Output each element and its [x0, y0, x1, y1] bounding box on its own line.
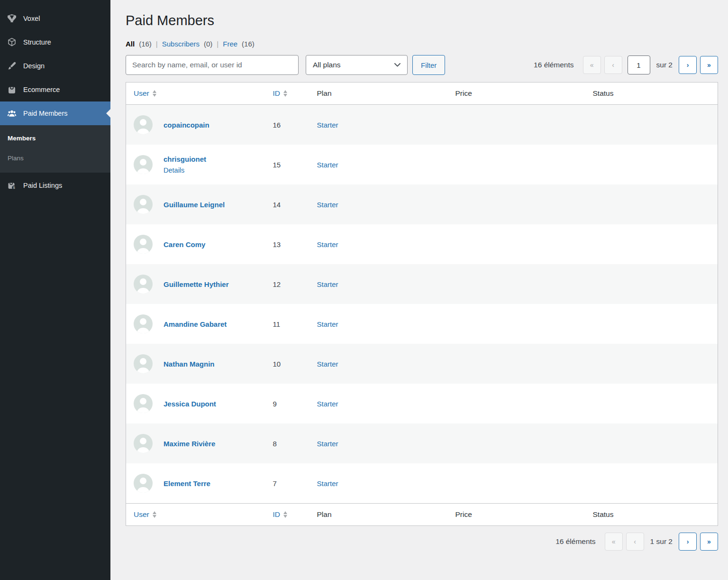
user-id: 7 — [268, 463, 312, 504]
price-cell — [451, 224, 588, 264]
user-id: 15 — [268, 145, 312, 184]
plan-link[interactable]: Starter — [317, 320, 338, 328]
search-input[interactable] — [126, 55, 299, 75]
plan-link[interactable]: Starter — [317, 280, 338, 288]
table-row: Caren Comy 13 Starter — [126, 224, 718, 264]
plan-link[interactable]: Starter — [317, 400, 338, 408]
price-cell — [451, 105, 588, 145]
status-cell — [588, 184, 718, 224]
user-name-link[interactable]: copaincopain — [164, 121, 209, 129]
status-cell — [588, 463, 718, 504]
sort-arrows-icon — [283, 90, 287, 97]
table-row: Nathan Magnin 10 Starter — [126, 344, 718, 384]
sidebar-item-paid-listings[interactable]: $ Paid Listings — [0, 174, 110, 197]
user-id: 13 — [268, 224, 312, 264]
details-link[interactable]: Details — [164, 166, 206, 174]
submenu-item-members[interactable]: Members — [0, 128, 110, 148]
table-foot: User ID Plan Price Status — [126, 504, 718, 526]
plan-link[interactable]: Starter — [317, 479, 338, 488]
table-row: Jessica Dupont 9 Starter — [126, 384, 718, 423]
active-menu-notch — [106, 109, 110, 118]
plan-link[interactable]: Starter — [317, 440, 338, 448]
user-name-link[interactable]: Guillemette Hythier — [164, 280, 229, 288]
price-cell — [451, 344, 588, 384]
voxel-logo-icon — [7, 13, 17, 24]
view-filters: All (16) | Subscribers (0) | Free (16) — [126, 40, 718, 48]
plan-link[interactable]: Starter — [317, 360, 338, 368]
status-cell — [588, 264, 718, 304]
main-content: Paid Members All (16) | Subscribers (0) … — [110, 13, 728, 551]
first-page-button[interactable]: « — [583, 56, 601, 74]
plan-link[interactable]: Starter — [317, 240, 338, 249]
column-header-status: Status — [588, 504, 718, 526]
svg-text:$: $ — [13, 185, 15, 190]
user-avatar — [134, 434, 153, 453]
sort-arrows-icon — [153, 90, 156, 97]
paid-members-submenu: Members Plans — [0, 125, 110, 173]
column-header-user: User — [134, 89, 149, 98]
prev-page-button[interactable]: ‹ — [604, 56, 622, 74]
sidebar-item-label: Voxel — [23, 15, 40, 22]
plan-link[interactable]: Starter — [317, 201, 338, 209]
user-name-link[interactable]: Nathan Magnin — [164, 360, 215, 368]
first-page-button[interactable]: « — [605, 533, 623, 551]
plan-select[interactable]: All plans — [306, 55, 408, 75]
plan-select-value: All plans — [313, 61, 341, 69]
filter-separator: | — [217, 40, 218, 48]
view-filter-all[interactable]: All — [126, 40, 135, 48]
sort-by-user[interactable]: User — [134, 89, 156, 98]
table-toolbar: All plans Filter 16 éléments « ‹ sur 2 ›… — [126, 55, 718, 75]
price-cell — [451, 145, 588, 184]
sidebar-item-structure[interactable]: Structure — [0, 30, 110, 54]
view-filter-free[interactable]: Free — [223, 40, 237, 48]
submenu-item-plans[interactable]: Plans — [0, 148, 110, 168]
table-row: Guillemette Hythier 12 Starter — [126, 264, 718, 304]
user-name-link[interactable]: Maxime Rivière — [164, 440, 215, 448]
user-name-link[interactable]: Caren Comy — [164, 240, 205, 249]
items-total: 16 éléments — [555, 537, 595, 546]
user-id: 10 — [268, 344, 312, 384]
chevron-down-icon — [394, 63, 400, 67]
sidebar-item-design[interactable]: Design — [0, 54, 110, 78]
sort-by-id[interactable]: ID — [273, 510, 288, 519]
sidebar-item-paid-members[interactable]: Paid Members — [0, 101, 110, 125]
status-cell — [588, 105, 718, 145]
table-row: chrisguionet Details 15 Starter — [126, 145, 718, 184]
prev-page-button[interactable]: ‹ — [626, 533, 644, 551]
price-cell — [451, 463, 588, 504]
user-name-link[interactable]: Element Terre — [164, 479, 210, 488]
price-cell — [451, 384, 588, 423]
filter-button[interactable]: Filter — [412, 55, 445, 75]
users-group-icon — [7, 108, 17, 119]
user-name-link[interactable]: Jessica Dupont — [164, 400, 216, 408]
column-header-status: Status — [588, 83, 718, 105]
price-cell — [451, 184, 588, 224]
user-name-link[interactable]: Guillaume Leignel — [164, 201, 225, 209]
plan-link[interactable]: Starter — [317, 161, 338, 169]
view-filter-all-count: (16) — [139, 40, 152, 48]
items-total: 16 éléments — [534, 61, 573, 69]
submenu-item-label: Members — [8, 135, 36, 142]
user-name-link[interactable]: chrisguionet — [164, 155, 206, 163]
user-name-link[interactable]: Amandine Gabaret — [164, 320, 227, 328]
last-page-button[interactable]: » — [700, 56, 718, 74]
current-page-input[interactable] — [628, 55, 650, 74]
table-row: Guillaume Leignel 14 Starter — [126, 184, 718, 224]
sort-by-id[interactable]: ID — [273, 89, 288, 98]
next-page-button[interactable]: › — [679, 56, 697, 74]
column-header-price: Price — [451, 83, 588, 105]
sort-by-user[interactable]: User — [134, 510, 156, 519]
last-page-button[interactable]: » — [700, 533, 718, 551]
view-filter-subscribers-count: (0) — [204, 40, 212, 48]
total-pages-label: sur 2 — [656, 61, 673, 69]
user-avatar — [134, 474, 153, 493]
view-filter-subscribers[interactable]: Subscribers — [162, 40, 200, 48]
status-cell — [588, 304, 718, 344]
sidebar-item-ecommerce[interactable]: Ecommerce — [0, 78, 110, 101]
sidebar-item-label: Paid Members — [23, 110, 67, 117]
sidebar-item-voxel[interactable]: Voxel — [0, 7, 110, 30]
plan-link[interactable]: Starter — [317, 121, 338, 129]
column-header-plan: Plan — [312, 504, 451, 526]
price-cell — [451, 264, 588, 304]
next-page-button[interactable]: › — [679, 533, 697, 551]
